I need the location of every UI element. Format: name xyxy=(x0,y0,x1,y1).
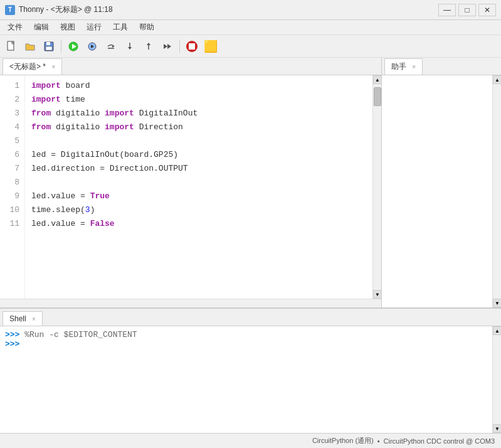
scroll-down-button[interactable]: ▼ xyxy=(373,290,381,299)
shell-tab[interactable]: Shell × xyxy=(3,311,43,326)
assistant-content[interactable]: ▲ ▼ xyxy=(382,75,501,307)
assistant-tabs: 助手 × xyxy=(382,58,501,75)
svg-marker-13 xyxy=(128,47,132,50)
menu-tools[interactable]: 工具 xyxy=(108,21,133,34)
status-port: CircuitPython CDC control @ COM3 xyxy=(384,437,495,445)
assistant-scroll-down[interactable]: ▼ xyxy=(493,299,501,307)
svg-rect-4 xyxy=(46,42,50,45)
editor-tab-label: <无标题> * xyxy=(9,62,46,71)
resume-button[interactable] xyxy=(159,38,176,55)
shell-scroll-up[interactable]: ▲ xyxy=(493,326,501,335)
svg-rect-5 xyxy=(46,46,52,50)
open-button[interactable] xyxy=(21,38,39,55)
svg-marker-17 xyxy=(167,44,171,49)
shell-area: Shell × >>> %Run -c $EDITOR_CONTENT >>> … xyxy=(0,307,501,433)
title-controls: — □ ✕ xyxy=(438,4,496,16)
shell-line-2: >>> xyxy=(5,339,487,349)
assistant-scrollbar[interactable]: ▲ ▼ xyxy=(492,75,501,307)
editor-panel: <无标题> * × 1 2 3 4 5 6 7 8 9 10 11 xyxy=(0,58,382,307)
shell-tab-label: Shell xyxy=(9,314,26,323)
editor-scrollbar-x[interactable] xyxy=(0,299,381,307)
code-editor[interactable]: 1 2 3 4 5 6 7 8 9 10 11 import board imp… xyxy=(0,75,381,299)
step-out-button[interactable] xyxy=(140,38,157,55)
title-text: Thonny - <无标题> @ 11:18 xyxy=(19,4,113,15)
status-interpreter: CircuitPython (通用) xyxy=(312,436,374,445)
app-icon: T xyxy=(5,5,15,15)
svg-rect-19 xyxy=(189,43,195,50)
toolbar: 🟨 xyxy=(0,35,501,58)
menu-file[interactable]: 文件 xyxy=(3,21,28,34)
scroll-up-button[interactable]: ▲ xyxy=(373,75,381,84)
debug-button[interactable] xyxy=(83,38,101,55)
menu-edit[interactable]: 编辑 xyxy=(29,21,54,34)
assistant-tab[interactable]: 助手 × xyxy=(384,58,423,75)
editor-scrollbar[interactable]: ▲ ▼ xyxy=(372,75,381,299)
status-bar: CircuitPython (通用) • CircuitPython CDC c… xyxy=(0,433,501,448)
editor-area: <无标题> * × 1 2 3 4 5 6 7 8 9 10 11 xyxy=(0,58,501,307)
step-over-button[interactable] xyxy=(102,38,120,55)
maximize-button[interactable]: □ xyxy=(458,4,476,16)
flag-button[interactable]: 🟨 xyxy=(202,38,219,55)
step-into-button[interactable] xyxy=(121,38,139,55)
close-button[interactable]: ✕ xyxy=(478,4,496,16)
title-bar: T Thonny - <无标题> @ 11:18 — □ ✕ xyxy=(0,0,501,20)
svg-marker-15 xyxy=(147,43,150,45)
menu-run[interactable]: 运行 xyxy=(82,21,107,34)
editor-tabs: <无标题> * × xyxy=(0,58,381,75)
code-content[interactable]: import board import time from digitalio … xyxy=(25,75,372,299)
shell-scrollbar[interactable]: ▲ ▼ xyxy=(492,326,501,433)
main-content: <无标题> * × 1 2 3 4 5 6 7 8 9 10 11 xyxy=(0,58,501,433)
scroll-track[interactable] xyxy=(373,84,381,290)
title-left: T Thonny - <无标题> @ 11:18 xyxy=(5,4,113,15)
menu-view[interactable]: 视图 xyxy=(55,21,80,34)
shell-content-wrapper: >>> %Run -c $EDITOR_CONTENT >>> ▲ ▼ xyxy=(0,326,501,433)
shell-tabs: Shell × xyxy=(0,309,501,326)
assistant-tab-label: 助手 xyxy=(391,62,406,71)
shell-line-1: >>> %Run -c $EDITOR_CONTENT xyxy=(5,330,487,339)
scroll-thumb[interactable] xyxy=(374,87,381,106)
toolbar-sep-1 xyxy=(61,40,61,53)
shell-scroll-down[interactable]: ▼ xyxy=(493,424,501,433)
menu-help[interactable]: 帮助 xyxy=(134,21,159,34)
editor-tab-close[interactable]: × xyxy=(51,63,55,70)
line-numbers: 1 2 3 4 5 6 7 8 9 10 11 xyxy=(0,75,25,299)
stop-button[interactable] xyxy=(183,38,201,55)
shell-tab-close[interactable]: × xyxy=(32,316,36,323)
save-button[interactable] xyxy=(40,38,58,55)
shell-content[interactable]: >>> %Run -c $EDITOR_CONTENT >>> xyxy=(0,326,492,433)
toolbar-sep-2 xyxy=(179,40,180,53)
assistant-scroll-up[interactable]: ▲ xyxy=(493,75,501,84)
editor-tab-untitled[interactable]: <无标题> * × xyxy=(3,58,62,75)
new-button[interactable] xyxy=(3,38,20,55)
status-separator: • xyxy=(377,437,380,445)
run-button[interactable] xyxy=(65,38,82,55)
assistant-panel: 助手 × ▲ ▼ xyxy=(382,58,501,307)
assistant-tab-close[interactable]: × xyxy=(412,63,416,70)
svg-marker-16 xyxy=(164,44,167,49)
minimize-button[interactable]: — xyxy=(438,4,456,16)
menu-bar: 文件 编辑 视图 运行 工具 帮助 xyxy=(0,20,501,35)
